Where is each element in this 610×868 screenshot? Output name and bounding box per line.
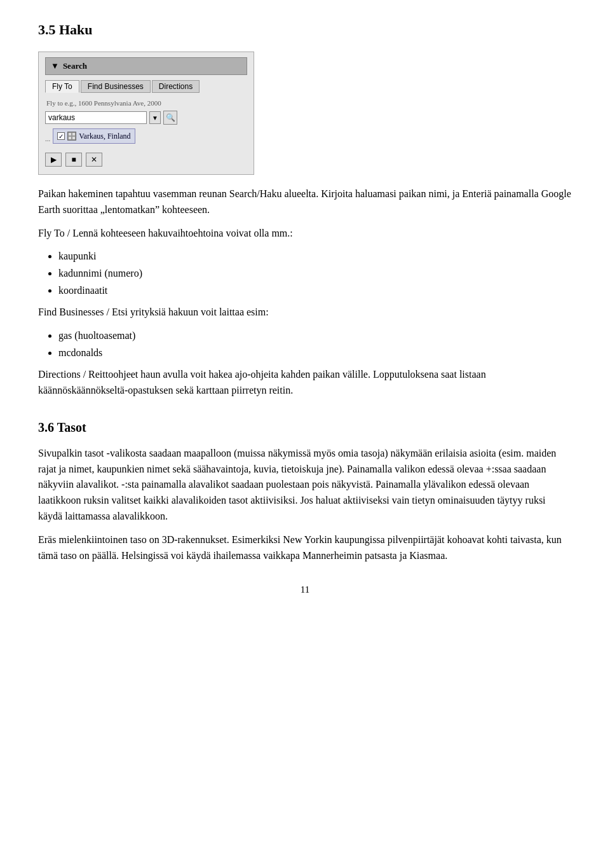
stop-button[interactable]: ■	[65, 153, 82, 167]
para-4: Directions / Reittoohjeet haun avulla vo…	[38, 367, 572, 399]
search-button[interactable]: 🔍	[163, 111, 177, 125]
tab-find-businesses[interactable]: Find Businesses	[81, 80, 151, 93]
play-button[interactable]: ▶	[45, 153, 62, 167]
dropdown-button[interactable]: ▼	[149, 111, 161, 124]
para-2: Fly To / Lennä kohteeseen hakuvaihtoehto…	[38, 226, 572, 242]
title-arrow-icon: ▼	[51, 60, 59, 72]
screenshot-title: Search	[63, 60, 87, 72]
list-item-gas: gas (huoltoasemat)	[58, 328, 572, 343]
section36-para1: Sivupalkin tasot -valikosta saadaan maap…	[38, 446, 572, 525]
screenshot-title-bar: ▼ Search	[45, 57, 247, 75]
page-number: 11	[38, 582, 572, 597]
para-1: Paikan hakeminen tapahtuu vasemman reuna…	[38, 186, 572, 218]
playback-row: ▶ ■ ✕	[45, 153, 247, 167]
close-button[interactable]: ✕	[86, 153, 102, 167]
result-label: Varkaus, Finland	[79, 130, 130, 142]
fly-to-list: kaupunki kadunnimi (numero) koordinaatit	[58, 249, 572, 298]
search-input[interactable]	[45, 111, 147, 124]
list-item-kaupunki: kaupunki	[58, 249, 572, 264]
search-input-row: ▼ 🔍	[45, 111, 247, 125]
tab-bar: Fly To Find Businesses Directions	[45, 80, 247, 93]
fly-to-placeholder-label: Fly to e.g., 1600 Pennsylvania Ave, 2000	[46, 98, 247, 109]
search-result-row: ✓ Varkaus, Finland	[53, 128, 135, 144]
section36-para2: Eräs mielenkiintoinen taso on 3D-rakennu…	[38, 532, 572, 564]
list-item-mcdonalds: mcdonalds	[58, 345, 572, 361]
screenshot-container: ▼ Search Fly To Find Businesses Directio…	[38, 52, 254, 175]
para-3: Find Businesses / Etsi yrityksiä hakuun …	[38, 305, 572, 320]
tab-fly-to[interactable]: Fly To	[45, 80, 79, 93]
result-checkbox[interactable]: ✓	[57, 132, 65, 140]
section-36-heading: 3.6 Tasot	[38, 418, 572, 437]
section-35-heading: 3.5 Haku	[38, 19, 572, 40]
business-list: gas (huoltoasemat) mcdonalds	[58, 328, 572, 361]
result-grid-icon	[67, 132, 76, 141]
list-item-kadunnimi: kadunnimi (numero)	[58, 266, 572, 281]
list-item-koordinaatit: koordinaatit	[58, 283, 572, 298]
tab-directions[interactable]: Directions	[152, 80, 200, 93]
